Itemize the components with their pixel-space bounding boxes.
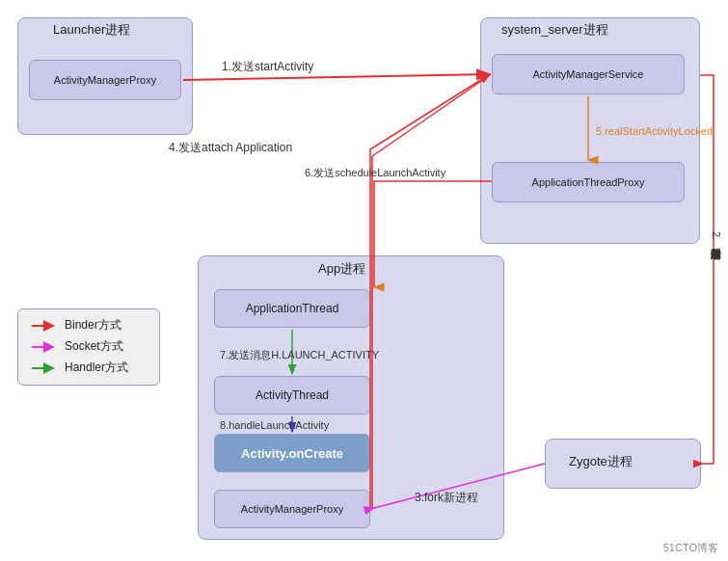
legend: Binder方式 Socket方式 Handler方式 <box>17 308 160 386</box>
arrow-2 <box>700 75 714 464</box>
activity-on-create: Activity.onCreate <box>214 434 370 472</box>
activity-manager-proxy-app: ActivityManagerProxy <box>214 490 370 528</box>
arrow-4-diagonal <box>372 75 490 156</box>
launcher-title: Launcher进程 <box>53 21 130 39</box>
arrow-1-label: 1.发送startActivity <box>222 60 313 73</box>
diagram-container: Launcher进程 ActivityManagerProxy system_s… <box>0 0 728 561</box>
binder-arrow-icon <box>30 321 59 331</box>
activity-manager-proxy-launcher: ActivityManagerProxy <box>29 60 181 100</box>
activity-manager-service: ActivityManagerService <box>492 54 685 94</box>
handler-label: Handler方式 <box>65 360 128 376</box>
legend-binder: Binder方式 <box>30 317 148 334</box>
socket-label: Socket方式 <box>65 338 123 355</box>
system-server-title: system_server进程 <box>501 21 608 39</box>
arrow-2-label: 2.发送创建进程的请求 <box>711 231 723 260</box>
watermark: 51CTO博客 <box>663 541 718 555</box>
binder-label: Binder方式 <box>65 317 121 334</box>
app-title: App进程 <box>318 260 365 278</box>
activity-thread: ActivityThread <box>214 376 370 414</box>
legend-socket: Socket方式 <box>30 338 148 355</box>
zygote-title: Zygote进程 <box>569 453 633 470</box>
socket-arrow-icon <box>30 342 59 352</box>
handler-arrow-icon <box>30 363 59 373</box>
system-server-process <box>480 17 700 244</box>
arrow-6-label: 6.发送scheduleLaunchActivity <box>305 167 446 178</box>
arrow-4-label: 4.发送attach Application <box>169 141 292 154</box>
application-thread: ApplicationThread <box>214 289 370 328</box>
arrow-1 <box>183 74 490 80</box>
application-thread-proxy: ApplicationThreadProxy <box>492 162 685 202</box>
legend-handler: Handler方式 <box>30 360 148 376</box>
